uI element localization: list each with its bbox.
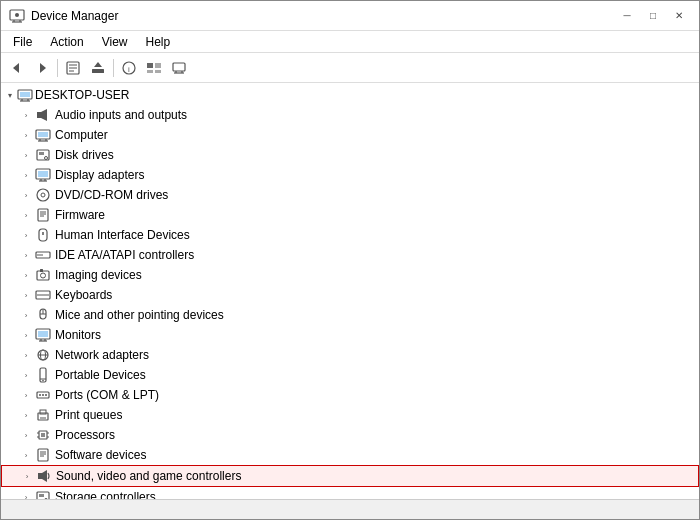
toolbar-separator-1 (57, 59, 58, 77)
svg-marker-5 (13, 63, 19, 73)
svg-rect-24 (20, 92, 30, 97)
svg-rect-28 (37, 112, 41, 118)
toolbar-properties[interactable] (61, 56, 85, 80)
svg-rect-19 (173, 63, 185, 71)
toolbar-back[interactable] (5, 56, 29, 80)
tree-item-ide[interactable]: › IDE ATA/ATAPI controllers (1, 245, 699, 265)
tree-item-audio[interactable]: › Audio inputs and outputs (1, 105, 699, 125)
label-computer: Computer (55, 128, 108, 142)
menu-help[interactable]: Help (138, 33, 179, 51)
menu-file[interactable]: File (5, 33, 40, 51)
root-chevron: ▾ (5, 91, 15, 100)
chevron-print: › (21, 411, 31, 420)
app-icon (9, 8, 25, 24)
chevron-firmware: › (21, 211, 31, 220)
label-processors: Processors (55, 428, 115, 442)
minimize-button[interactable]: ─ (615, 6, 639, 26)
svg-rect-69 (38, 331, 48, 337)
chevron-audio: › (21, 111, 31, 120)
tree-item-network[interactable]: › Network adapters (1, 345, 699, 365)
content-area: ▾ DESKTOP-USER › Audio inputs and output… (1, 83, 699, 499)
toolbar-show[interactable] (142, 56, 166, 80)
tree-item-monitors[interactable]: › Monitors (1, 325, 699, 345)
tree-item-keyboards[interactable]: › Keyboards (1, 285, 699, 305)
svg-rect-15 (147, 63, 153, 68)
label-monitors: Monitors (55, 328, 101, 342)
toolbar-update[interactable] (86, 56, 110, 80)
chevron-keyboards: › (21, 291, 31, 300)
icon-display (35, 167, 51, 183)
svg-rect-31 (38, 132, 48, 137)
tree-item-processors[interactable]: › Processors (1, 425, 699, 445)
chevron-portable: › (21, 371, 31, 380)
chevron-computer: › (21, 131, 31, 140)
chevron-sound: › (22, 472, 32, 481)
chevron-software: › (21, 451, 31, 460)
label-firmware: Firmware (55, 208, 105, 222)
svg-point-4 (15, 13, 19, 17)
icon-disk (35, 147, 51, 163)
tree-item-storage[interactable]: › Storage controllers (1, 487, 699, 499)
chevron-display: › (21, 171, 31, 180)
svg-rect-45 (38, 209, 48, 221)
maximize-button[interactable]: □ (641, 6, 665, 26)
toolbar-device[interactable] (167, 56, 191, 80)
tree-item-software[interactable]: › Software devices (1, 445, 699, 465)
svg-rect-17 (147, 70, 153, 73)
svg-marker-29 (41, 109, 47, 121)
svg-rect-18 (155, 70, 161, 73)
window-controls: ─ □ ✕ (615, 6, 691, 26)
tree-item-disk[interactable]: › Disk drives (1, 145, 699, 165)
icon-audio (35, 107, 51, 123)
toolbar-info[interactable]: i (117, 56, 141, 80)
icon-dvd (35, 187, 51, 203)
toolbar-forward[interactable] (30, 56, 54, 80)
tree-item-hid[interactable]: › Human Interface Devices (1, 225, 699, 245)
tree-item-computer[interactable]: › Computer (1, 125, 699, 145)
label-ports: Ports (COM & LPT) (55, 388, 159, 402)
icon-mice (35, 307, 51, 323)
svg-point-43 (37, 189, 49, 201)
tree-item-print[interactable]: › Print queues (1, 405, 699, 425)
svg-rect-55 (37, 271, 49, 280)
icon-software (35, 447, 51, 463)
title-bar: Device Manager ─ □ ✕ (1, 1, 699, 31)
window-title: Device Manager (31, 9, 118, 23)
menu-action[interactable]: Action (42, 33, 91, 51)
label-keyboards: Keyboards (55, 288, 112, 302)
label-portable: Portable Devices (55, 368, 146, 382)
tree-item-mice[interactable]: › Mice and other pointing devices (1, 305, 699, 325)
status-bar (1, 499, 699, 519)
tree-item-portable[interactable]: › Portable Devices (1, 365, 699, 385)
icon-monitors (35, 327, 51, 343)
chevron-ide: › (21, 251, 31, 260)
tree-item-firmware[interactable]: › Firmware (1, 205, 699, 225)
label-imaging: Imaging devices (55, 268, 142, 282)
icon-print (35, 407, 51, 423)
icon-ide (35, 247, 51, 263)
svg-rect-96 (38, 473, 42, 479)
icon-keyboards (35, 287, 51, 303)
tree-item-sound[interactable]: › Sound, video and game controllers (1, 465, 699, 487)
device-tree[interactable]: ▾ DESKTOP-USER › Audio inputs and output… (1, 83, 699, 499)
close-button[interactable]: ✕ (667, 6, 691, 26)
menu-bar: File Action View Help (1, 31, 699, 53)
label-ide: IDE ATA/ATAPI controllers (55, 248, 194, 262)
menu-view[interactable]: View (94, 33, 136, 51)
chevron-disk: › (21, 151, 31, 160)
label-storage: Storage controllers (55, 490, 156, 499)
chevron-network: › (21, 351, 31, 360)
icon-firmware (35, 207, 51, 223)
svg-rect-99 (39, 494, 44, 497)
tree-root[interactable]: ▾ DESKTOP-USER (1, 85, 699, 105)
label-print: Print queues (55, 408, 122, 422)
tree-item-imaging[interactable]: › Imaging devices (1, 265, 699, 285)
tree-item-dvd[interactable]: › DVD/CD-ROM drives (1, 185, 699, 205)
tree-item-display[interactable]: › Display adapters (1, 165, 699, 185)
label-software: Software devices (55, 448, 146, 462)
label-mice: Mice and other pointing devices (55, 308, 224, 322)
svg-rect-16 (155, 63, 161, 68)
chevron-processors: › (21, 431, 31, 440)
tree-item-ports[interactable]: › Ports (COM & LPT) (1, 385, 699, 405)
chevron-imaging: › (21, 271, 31, 280)
